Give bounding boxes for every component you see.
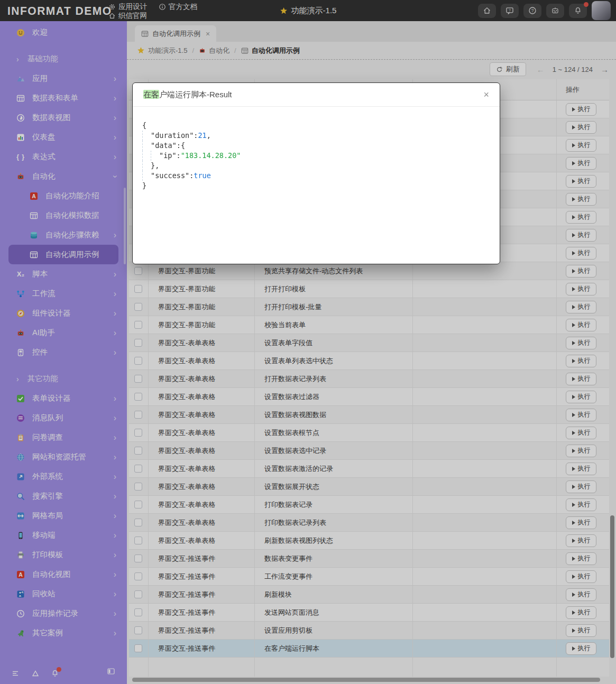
close-icon[interactable]: × [483,90,489,99]
code-line: "data":{ [142,141,490,151]
indent-guide [151,151,159,161]
indent-guide [142,131,151,141]
code-token: "ip" [159,151,177,160]
code-token: : [177,151,181,160]
code-line: "duration":21, [142,131,490,141]
indent-guide [142,171,151,181]
indent-guide [142,141,151,151]
indent-guide [142,161,151,171]
json-result-viewer: {"duration":21,"data":{"ip":"183.14.28.2… [133,107,500,205]
code-token: : [177,141,181,150]
code-line: "success":true [142,171,490,181]
code-token: { [181,141,185,150]
code-line: { [142,121,490,131]
script-result-modal: 在客户端运行脚本-Result × {"duration":21,"data":… [132,82,500,264]
modal-title: 在客户端运行脚本-Result [143,90,232,100]
code-token: "success" [151,171,189,180]
code-token: 21 [198,131,206,140]
code-token: { [142,121,146,130]
code-token: "duration" [151,131,194,140]
code-line: "ip":"183.14.28.20" [142,151,490,161]
code-token: true [194,171,211,180]
highlighted-text: 在客 [143,90,159,99]
code-token: , [155,161,159,170]
code-line: }, [142,161,490,171]
code-token: "183.14.28.20" [181,151,241,160]
code-token: "data" [151,141,177,150]
code-token: } [151,161,155,170]
indent-guide [142,151,151,161]
code-line: } [142,181,490,191]
modal-header: 在客户端运行脚本-Result × [133,83,500,107]
code-token: , [207,131,211,140]
code-token: } [142,181,146,190]
